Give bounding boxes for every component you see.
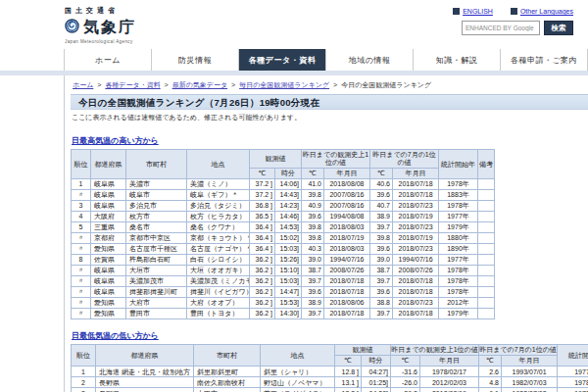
nav-item-bousai[interactable]: 防災情報	[152, 49, 239, 71]
table-cell: 1994/07/16	[393, 255, 439, 266]
other-languages-link-icon	[511, 8, 517, 15]
table-cell: 美濃市	[126, 179, 187, 190]
table-cell: 揖斐郡揖斐川町	[126, 287, 187, 298]
col-july-record: 昨日までの7月の1位の値	[479, 345, 558, 356]
table-cell: 36.4 ]	[250, 244, 275, 255]
table-cell: 1978年	[439, 179, 478, 190]
table-cell: 1977年	[439, 255, 478, 266]
nav-item-region[interactable]: 地域の情報	[326, 49, 414, 71]
breadcrumb-separator: >	[231, 81, 235, 88]
breadcrumb-data[interactable]: 各種データ・資料	[105, 81, 160, 88]
agency-name-en: Japan Meteorological Agency	[65, 39, 136, 44]
table-cell: 15:03]	[275, 276, 302, 287]
nav-item-home[interactable]: ホーム	[65, 49, 152, 71]
table-cell: 1978/02/17	[420, 367, 479, 377]
other-languages-link[interactable]: Other Languages	[511, 8, 573, 15]
table-cell: 1977年	[439, 212, 478, 222]
table-cell: 12.8 ]	[335, 367, 362, 377]
nav-item-knowledge[interactable]: 知識・解説	[414, 49, 501, 71]
table-cell: 上田市	[194, 388, 261, 392]
table-row: 〃岐阜県美濃加茂市美濃加茂（ミノカモ）36.2 ]15:03]39.72018/…	[72, 276, 495, 287]
table-cell: 〃	[72, 298, 91, 309]
main-nav: ホーム 防災情報 各種データ・資料 地域の情報 知識・解説 各種申請・ご案内	[64, 49, 588, 71]
table-cell: 2018/07/18	[324, 276, 370, 287]
table-cell: 38.7	[302, 266, 324, 276]
nav-item-data[interactable]: 各種データ・資料	[239, 49, 326, 71]
table-cell: 37.2 ]	[250, 190, 275, 201]
table-cell: 36.2 ]	[250, 255, 275, 266]
col-station: 地点	[187, 150, 250, 179]
table-cell: 39.7	[302, 309, 324, 319]
table-cell: 2012年	[439, 298, 478, 309]
table-cell: 15:26]	[275, 255, 302, 266]
table-cell: 名古屋（ナゴヤ）＊	[187, 244, 250, 255]
table-cell: 桑名（クワナ）	[187, 222, 250, 233]
table-cell: 愛知県	[91, 244, 126, 255]
table-cell: 1978年	[558, 377, 588, 388]
table-cell: 1978年	[439, 201, 478, 212]
table-cell: 2018/07/18	[393, 179, 439, 190]
breadcrumb-latest[interactable]: 最新の気象データ	[172, 81, 228, 88]
table-cell	[478, 266, 495, 276]
col-since: 統計開始年	[558, 345, 588, 367]
table-cell	[478, 179, 495, 190]
table-cell: 1979年	[439, 309, 478, 319]
table-cell: 2018/07/18	[393, 309, 439, 319]
site-search-input[interactable]	[462, 21, 540, 35]
table-cell: 2018/07/23	[393, 222, 439, 233]
table-cell: 36.4 ]	[250, 233, 275, 244]
table-cell: 京都市中京区	[126, 233, 187, 244]
table-cell: 大府（オオブ）	[187, 298, 250, 309]
table-cell: 〃	[72, 244, 91, 255]
table-row: 〃岐阜県揖斐郡揖斐川町揖斐川（イビガワ）36.2 ]14:47]39.62018…	[72, 287, 495, 298]
table-cell: 2007/08/16	[324, 190, 370, 201]
max-temp-table-caption[interactable]: 日最高気温の高い方から	[72, 135, 588, 146]
col-degc: ℃	[370, 169, 393, 179]
table-cell	[478, 201, 495, 212]
breadcrumb-home[interactable]: ホーム	[73, 81, 93, 88]
table-cell: 14:47]	[275, 287, 302, 298]
nav-item-applications[interactable]: 各種申請・ご案内	[501, 49, 588, 71]
search-button[interactable]: 検索	[544, 21, 573, 35]
col-city: 市町村	[126, 150, 187, 179]
table-cell: 1982/07/03	[502, 388, 558, 392]
table-cell: 40.3	[302, 244, 324, 255]
breadcrumb-daily-ranking[interactable]: 毎日の全国観測値ランキング	[239, 81, 329, 88]
table-cell: 37.2 ]	[250, 179, 275, 190]
table-cell: 13.3 ]	[335, 388, 362, 392]
table-cell: 13.1 ]	[335, 377, 362, 388]
col-degc: ℃	[250, 169, 275, 179]
agency-name: 気象庁	[83, 18, 136, 38]
table-cell: 1978年	[439, 287, 478, 298]
table-cell: 〃	[72, 190, 91, 201]
table-row: 〃愛知県名古屋市千種区名古屋（ナゴヤ）＊36.4 ]15:03]40.32018…	[72, 244, 495, 255]
table-cell: 三重県	[91, 222, 126, 233]
table-cell	[478, 298, 495, 309]
table-cell: 野辺山（ノベヤマ）	[261, 377, 335, 388]
breadcrumb-current: 今日の全国観測値ランキング	[341, 81, 431, 88]
table-cell: 39.0	[302, 255, 324, 266]
table-cell: 1	[72, 367, 96, 377]
table-cell: 美濃加茂市	[126, 276, 187, 287]
table-cell: 2018/07/18	[393, 190, 439, 201]
table-cell: 39.6	[370, 287, 393, 298]
table-cell: 愛知県	[91, 298, 126, 309]
table-cell: 大阪府	[91, 212, 126, 222]
table-row: 〃愛知県豊田市豊田（トヨタ）36.2 ]14:30]39.72018/07/18…	[72, 309, 495, 319]
agency-brand[interactable]: 国土交通省 気象庁 Japan Meteorological Agency	[65, 6, 136, 44]
table-cell: 2007/08/16	[324, 201, 370, 212]
table-cell: 2008/07/26	[393, 266, 439, 276]
table-cell: -26.0	[391, 377, 420, 388]
table-cell: 岐阜県	[91, 287, 126, 298]
table-cell: 1978年	[558, 388, 588, 392]
english-link[interactable]: ENGLISH	[453, 8, 493, 15]
table-cell: 1993/07/01	[502, 367, 558, 377]
table-row: 8佐賀県杵島郡白石町白石（シロイシ）36.2 ]15:26]39.01994/0…	[72, 255, 495, 266]
table-cell: 14:46]	[275, 212, 302, 222]
ministry-name: 国土交通省	[65, 6, 136, 16]
table-cell	[478, 276, 495, 287]
table-cell: 名古屋市千種区	[126, 244, 187, 255]
table-cell: 岐阜県	[91, 179, 126, 190]
min-temp-table-caption[interactable]: 日最低気温の低い方から	[72, 330, 588, 341]
table-cell: 1982/07/03	[502, 377, 558, 388]
